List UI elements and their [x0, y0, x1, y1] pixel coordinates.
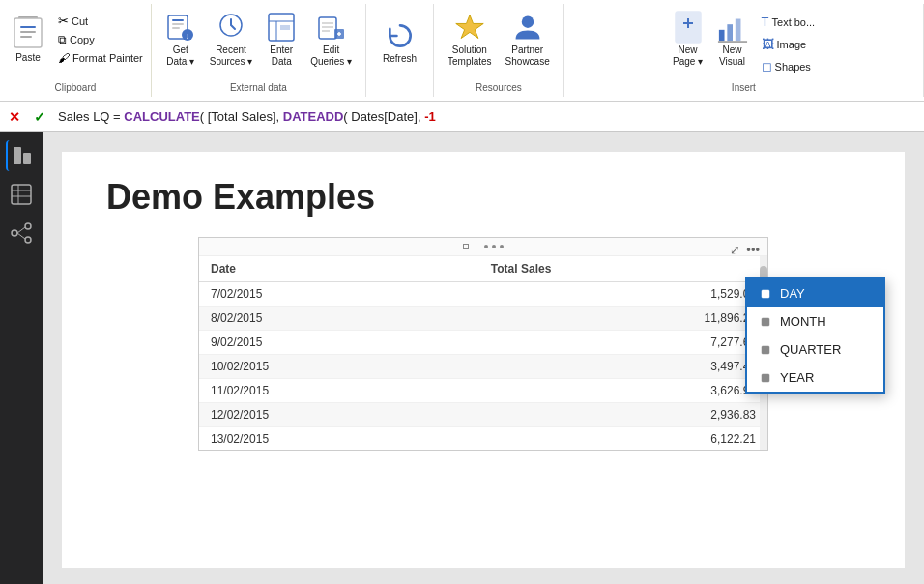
edit-queries-button[interactable]: EditQueries ▾ — [304, 8, 358, 81]
partner-showcase-button[interactable]: PartnerShowcase — [500, 8, 556, 81]
copy-button[interactable]: ⧉ Copy — [54, 31, 147, 48]
dropdown-item-day[interactable]: DAY — [747, 279, 883, 307]
get-data-icon: ↓ — [165, 12, 196, 43]
svg-text:↓: ↓ — [186, 31, 190, 41]
cell-date: 11/02/2015 — [199, 379, 479, 403]
svg-rect-44 — [762, 346, 769, 354]
dropdown-label-quarter: QUARTER — [780, 342, 841, 357]
svg-rect-16 — [319, 17, 336, 39]
svg-rect-2 — [20, 26, 36, 28]
svg-rect-32 — [23, 153, 31, 164]
cell-date: 7/02/2015 — [199, 282, 479, 307]
formula-text[interactable]: Sales LQ = CALCULATE( [Total Sales], DAT… — [54, 107, 920, 126]
external-data-label: External data — [152, 82, 365, 93]
table-row: 13/02/20156,122.21 — [199, 427, 767, 451]
solution-templates-button[interactable]: SolutionTemplates — [442, 8, 498, 81]
resources-group: SolutionTemplates PartnerShowcase Resour… — [434, 4, 564, 97]
enter-data-label: EnterData — [270, 44, 293, 68]
sidebar-model-view[interactable] — [6, 218, 37, 248]
svg-rect-4 — [20, 36, 32, 38]
table-row: 12/02/20152,936.83 — [199, 403, 767, 427]
svg-rect-27 — [718, 30, 724, 41]
solution-templates-label: SolutionTemplates — [448, 44, 492, 68]
edit-queries-icon — [316, 12, 347, 43]
sidebar-report-view[interactable] — [6, 140, 37, 171]
dropdown-label-day: DAY — [780, 286, 805, 301]
widget-drag-handle[interactable] — [484, 245, 504, 248]
recent-sources-button[interactable]: RecentSources ▾ — [204, 8, 258, 81]
table-row: 10/02/20153,497.40 — [199, 355, 767, 379]
formula-bar: ✕ ✓ Sales LQ = CALCULATE( [Total Sales],… — [0, 102, 924, 132]
text-box-button[interactable]: T Text bo... — [756, 12, 822, 32]
solution-templates-icon — [454, 12, 485, 43]
shapes-label: Shapes — [775, 61, 811, 73]
recent-sources-icon — [216, 12, 246, 43]
text-box-label: Text bo... — [772, 16, 816, 28]
canvas-area: Demo Examples ⤢ ••• — [43, 132, 924, 584]
new-visual-icon — [717, 12, 748, 43]
cell-date: 13/02/2015 — [199, 427, 479, 451]
new-page-label: NewPage ▾ — [673, 44, 703, 68]
dropdown-bullet-month — [759, 315, 772, 329]
edit-queries-label: EditQueries ▾ — [310, 44, 352, 68]
col-date-header: Date — [199, 256, 479, 282]
clipboard-group-label: Clipboard — [0, 82, 151, 93]
svg-line-40 — [17, 227, 25, 233]
format-painter-icon: 🖌 — [58, 51, 70, 65]
table-row: 9/02/20157,277.69 — [199, 331, 767, 355]
svg-rect-29 — [735, 19, 740, 42]
cut-label: Cut — [72, 15, 88, 27]
image-label: Image — [777, 39, 807, 50]
widget-more-button[interactable]: ••• — [746, 243, 760, 257]
demo-title: Demo Examples — [106, 177, 889, 218]
sidebar-data-view[interactable] — [6, 179, 37, 210]
cell-date: 10/02/2015 — [199, 355, 479, 379]
get-data-button[interactable]: ↓ GetData ▾ — [159, 8, 202, 81]
new-page-button[interactable]: NewPage ▾ — [667, 8, 709, 81]
enter-data-icon — [266, 12, 297, 43]
dropdown-label-year: YEAR — [780, 370, 814, 385]
formula-confirm-button[interactable]: ✓ — [29, 106, 50, 128]
table-widget: ⤢ ••• Date Total Sales 7/02/20151,5 — [198, 237, 768, 451]
table-row: 7/02/20151,529.09 — [199, 282, 767, 307]
dropdown-bullet-day — [759, 287, 772, 301]
cell-sales: 11,896.22 — [479, 307, 767, 331]
new-page-icon — [673, 12, 704, 43]
cell-sales: 3,626.93 — [479, 379, 767, 403]
resources-buttons: SolutionTemplates PartnerShowcase — [442, 8, 556, 81]
svg-rect-45 — [762, 374, 769, 382]
copy-icon: ⧉ — [58, 33, 67, 46]
refresh-button[interactable]: Refresh — [377, 8, 422, 77]
svg-point-39 — [25, 237, 31, 243]
enter-data-button[interactable]: EnterData — [260, 8, 303, 81]
dropdown-item-quarter[interactable]: QUARTER — [747, 336, 883, 364]
cell-sales: 1,529.09 — [479, 282, 767, 307]
insert-label: Insert — [564, 82, 923, 93]
insert-buttons: NewPage ▾ NewVisual T — [667, 8, 822, 81]
copy-label: Copy — [70, 34, 95, 45]
dropdown-item-month[interactable]: MONTH — [747, 307, 883, 336]
format-painter-button[interactable]: 🖌 Format Painter — [54, 49, 147, 67]
paste-button[interactable]: Paste — [4, 8, 52, 77]
dropdown-bullet-year — [759, 371, 772, 385]
resources-label: Resources — [434, 82, 563, 93]
insert-group: NewPage ▾ NewVisual T — [564, 4, 924, 97]
sidebar — [0, 132, 43, 584]
dropdown-item-year[interactable]: YEAR — [747, 364, 883, 392]
widget-handle-left — [463, 244, 469, 249]
table-scroll[interactable]: Date Total Sales 7/02/20151,529.098/02/2… — [199, 256, 767, 450]
image-button[interactable]: 🖼 Image — [756, 34, 822, 54]
svg-point-23 — [521, 15, 533, 27]
svg-rect-15 — [280, 25, 290, 30]
data-table: Date Total Sales 7/02/20151,529.098/02/2… — [199, 256, 767, 450]
image-icon: 🖼 — [762, 37, 774, 51]
widget-expand-button[interactable]: ⤢ — [730, 243, 740, 257]
cut-button[interactable]: ✂ Cut — [54, 12, 147, 30]
new-visual-button[interactable]: NewVisual — [711, 8, 754, 81]
text-box-icon: T — [762, 15, 769, 29]
shapes-button[interactable]: ◻ Shapes — [756, 56, 822, 76]
date-granularity-dropdown: DAYMONTHQUARTERYEAR — [745, 277, 885, 394]
shapes-icon: ◻ — [762, 59, 772, 73]
table-row: 8/02/201511,896.22 — [199, 307, 767, 331]
formula-cancel-button[interactable]: ✕ — [4, 106, 25, 128]
